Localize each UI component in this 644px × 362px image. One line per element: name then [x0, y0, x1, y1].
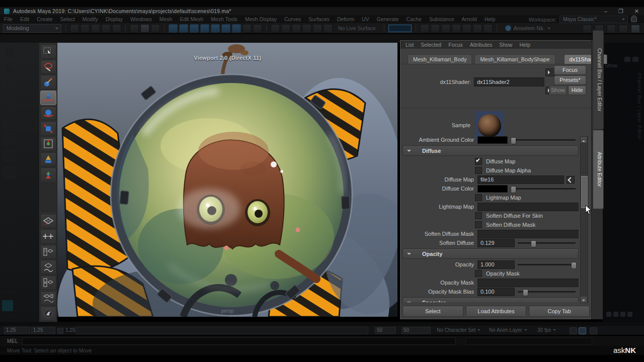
ambient-ground-color-slider[interactable] — [511, 139, 576, 141]
minimize-button[interactable]: – — [604, 8, 607, 14]
opacity-value[interactable]: 1.000 — [477, 260, 515, 269]
select-component-icon[interactable] — [151, 24, 160, 33]
ae-menu-item[interactable]: Attributes — [470, 42, 492, 48]
animation-preferences-icon[interactable] — [579, 327, 586, 334]
menu-item[interactable]: Mesh Display — [245, 16, 277, 22]
viewport-panel[interactable]: Viewport 2.0 (DirectX 11) persp — [57, 43, 397, 317]
snap-together-icon[interactable] — [302, 24, 311, 33]
close-button[interactable]: ✕ — [634, 8, 639, 15]
selection-mask-field[interactable] — [388, 25, 412, 32]
auto-keyframe-icon[interactable] — [590, 327, 597, 334]
universal-manipulator-icon[interactable] — [40, 137, 56, 151]
maximize-button[interactable]: ❐ — [618, 8, 623, 15]
anim-start-field[interactable]: 1.25 — [4, 327, 30, 334]
playback-start-field[interactable]: 1.25 — [31, 327, 55, 334]
hypershade-icon[interactable] — [462, 24, 471, 33]
menu-item[interactable]: File — [4, 16, 13, 22]
menu-item[interactable]: Select — [60, 16, 75, 22]
load-attributes-button[interactable]: Load Attributes — [466, 306, 527, 317]
lock-selection-icon[interactable] — [243, 24, 252, 33]
opacity-mask-input[interactable] — [477, 279, 579, 287]
workspace-lock-icon[interactable] — [631, 17, 637, 22]
hide-button[interactable]: Hide — [568, 85, 586, 95]
menu-item[interactable]: Edit — [20, 16, 29, 22]
snap-grid-icon[interactable] — [169, 24, 178, 33]
mel-label[interactable]: MEL — [7, 338, 18, 344]
paint-select-tool-icon[interactable] — [40, 75, 56, 89]
fps-dropdown[interactable]: 30 fps — [537, 327, 556, 333]
select-object-icon[interactable] — [140, 24, 149, 33]
menu-item[interactable]: Mesh — [159, 16, 173, 22]
range-checkbox[interactable] — [57, 328, 63, 334]
scrollbar-up-icon[interactable] — [581, 137, 587, 143]
menu-item[interactable]: Generate — [377, 16, 399, 22]
snap-surface-icon[interactable] — [221, 24, 230, 33]
menu-item[interactable]: Surfaces — [308, 16, 329, 22]
menu-item[interactable]: Mesh Tools — [211, 16, 237, 22]
save-scene-icon[interactable] — [91, 24, 100, 33]
scrollbar-thumb[interactable] — [581, 176, 588, 208]
last-tool-used-icon[interactable] — [40, 167, 56, 182]
anim-end-field[interactable]: 50 — [401, 327, 431, 334]
ae-menu-item[interactable]: Focus — [448, 42, 463, 48]
soft-select-icon[interactable] — [313, 24, 322, 33]
opacity-mask-bias-value[interactable]: 0.100 — [477, 288, 515, 296]
snap-point-icon[interactable] — [190, 24, 199, 33]
copy-tab-button[interactable]: Copy Tab — [529, 306, 590, 317]
ae-menu-item[interactable]: Show — [499, 42, 512, 48]
diffuse-section-header[interactable]: Diffuse — [403, 145, 579, 156]
open-scene-icon[interactable] — [80, 24, 90, 33]
output-connections-icon[interactable] — [281, 24, 290, 33]
menu-item[interactable]: Create — [37, 16, 53, 22]
light-editor-icon[interactable] — [473, 24, 482, 33]
ipr-render-icon[interactable] — [441, 24, 450, 33]
soften-diffuse-mask-input[interactable] — [477, 230, 579, 238]
diffuse-map-alpha-checkbox[interactable] — [475, 167, 482, 174]
rotate-tool-icon[interactable] — [40, 106, 56, 121]
menu-item[interactable]: Edit Mesh — [180, 16, 203, 22]
range-slider-track[interactable] — [75, 327, 368, 334]
redo-icon[interactable] — [112, 24, 121, 33]
character-set-dropdown[interactable]: No Character Set — [437, 327, 480, 333]
menu-item[interactable]: Deform — [337, 16, 354, 22]
focus-button[interactable]: Focus — [554, 65, 586, 75]
symmetry-icon[interactable] — [324, 24, 333, 33]
attribute-editor-toggle-icon[interactable] — [619, 25, 628, 33]
diffuse-color-swatch[interactable] — [477, 185, 508, 193]
menu-item[interactable]: Cache — [407, 16, 422, 22]
paint-effects-panel-icon[interactable] — [40, 306, 56, 321]
menu-item[interactable]: Windows — [130, 16, 152, 22]
menu-item[interactable]: Substance — [429, 16, 454, 22]
tab-mesh-bodyshape[interactable]: Mesh_Killamari_BodyShape — [474, 54, 555, 64]
opacity-mask-checkbox[interactable] — [475, 270, 482, 277]
select-tool-icon[interactable] — [40, 44, 56, 59]
snap-projected-icon[interactable] — [200, 24, 209, 33]
show-button[interactable]: Show — [549, 85, 567, 95]
soften-diffuse-value[interactable]: 0.129 — [477, 239, 515, 247]
diffuse-map-checkbox[interactable] — [475, 158, 482, 165]
soft-modification-tool-icon[interactable] — [40, 152, 56, 167]
menu-set-dropdown[interactable]: Modeling — [3, 24, 61, 33]
render-current-frame-icon[interactable] — [431, 24, 440, 33]
make-live-icon[interactable] — [232, 24, 241, 33]
scale-tool-icon[interactable] — [40, 121, 56, 136]
attribute-scrollbar[interactable] — [580, 136, 588, 303]
soften-diffuse-slider[interactable] — [518, 242, 576, 244]
playback-loop-icon[interactable] — [570, 327, 577, 334]
new-scene-icon[interactable] — [70, 24, 79, 33]
lasso-tool-icon[interactable] — [40, 60, 56, 74]
menu-item[interactable]: Curves — [284, 16, 301, 22]
lightmap-map-input[interactable] — [477, 203, 579, 211]
render-view-icon[interactable] — [420, 24, 429, 33]
workspace-dropdown[interactable]: Maya Classic* — [559, 16, 628, 23]
channel-box-toggle-icon[interactable] — [607, 25, 616, 33]
tab-mesh-body[interactable]: Mesh_Killamari_Body — [408, 54, 472, 64]
modeling-toolkit-icon[interactable] — [583, 25, 592, 33]
shader-name-field[interactable]: dx11Shader2 — [474, 77, 544, 86]
attribute-editor-vertical-tab[interactable]: Attribute Editor — [593, 130, 604, 209]
ae-menu-item[interactable]: Help — [519, 42, 530, 48]
time-slider[interactable] — [0, 322, 644, 326]
tool-settings-toggle-icon[interactable] — [631, 25, 640, 33]
menu-item[interactable]: UV — [362, 16, 369, 22]
ambient-ground-color-swatch[interactable] — [477, 136, 508, 144]
